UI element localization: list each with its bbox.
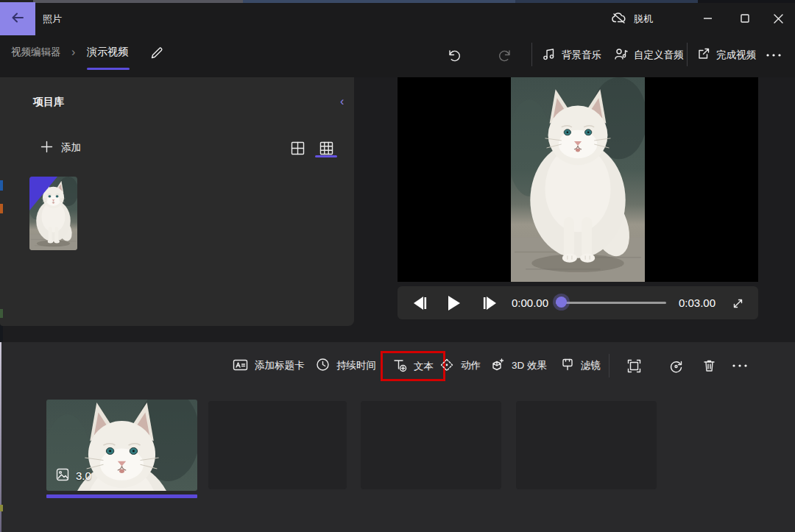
motion-icon <box>439 358 454 375</box>
crop-button[interactable] <box>623 350 645 382</box>
timeline-empty-slot <box>361 401 501 489</box>
timeline-empty-slot <box>208 401 347 489</box>
3d-cube-icon <box>490 358 505 375</box>
delete-button[interactable] <box>698 350 720 382</box>
undo-button[interactable] <box>446 40 462 70</box>
app-title: 照片 <box>43 3 62 35</box>
more-tools-button[interactable] <box>729 350 751 382</box>
timeline-clip[interactable]: 3.0 <box>46 400 197 491</box>
3d-effects-button[interactable]: 3D 效果 <box>490 350 547 382</box>
photos-app-window: 照片 脱机 视频编辑器 › 演示视频 <box>0 0 795 532</box>
next-frame-button[interactable] <box>480 294 499 311</box>
library-title: 项目库 <box>33 96 64 109</box>
toolbar-divider <box>609 354 610 377</box>
filter-button[interactable]: 滤镜 <box>561 350 601 382</box>
seek-slider-thumb[interactable] <box>556 297 567 308</box>
export-share-icon <box>696 47 710 63</box>
toolbar-divider <box>531 43 532 66</box>
grid-2x2-view-button[interactable] <box>289 140 305 156</box>
cloud-offline-icon <box>611 11 627 28</box>
preview-cat-photo <box>511 77 645 282</box>
back-arrow-icon <box>10 10 26 29</box>
music-note-icon <box>542 47 556 63</box>
clip-duration-badge: 3.0 <box>56 468 91 483</box>
clip-selected-progress-bar <box>46 494 197 498</box>
back-button[interactable] <box>0 2 35 35</box>
finish-video-label: 完成视频 <box>716 49 756 62</box>
title-card-icon <box>233 358 248 374</box>
rotate-button[interactable] <box>665 350 687 382</box>
background-music-label: 背景音乐 <box>562 49 601 62</box>
total-time: 0:03.00 <box>679 286 716 319</box>
offline-label: 脱机 <box>634 13 653 26</box>
minimize-button[interactable] <box>691 3 725 34</box>
add-text-icon <box>392 358 407 375</box>
play-button[interactable] <box>445 294 464 312</box>
previous-frame-button[interactable] <box>411 294 430 311</box>
offline-status: 脱机 <box>611 3 653 35</box>
finish-video-button[interactable]: 完成视频 <box>696 40 756 70</box>
filter-label: 滤镜 <box>581 359 601 372</box>
breadcrumb-video-editor[interactable]: 视频编辑器 <box>11 35 61 68</box>
duration-button[interactable]: 持续时间 <box>316 350 376 382</box>
background-music-button[interactable]: 背景音乐 <box>542 40 601 70</box>
rename-pencil-button[interactable] <box>149 46 164 63</box>
library-thumbnail[interactable] <box>29 177 77 250</box>
clock-icon <box>316 358 330 374</box>
plus-icon <box>40 141 53 155</box>
motion-button[interactable]: 动作 <box>439 350 481 382</box>
titlebar <box>0 3 795 35</box>
motion-label: 动作 <box>461 359 481 372</box>
image-icon <box>56 468 69 483</box>
custom-audio-label: 自定义音频 <box>634 49 684 62</box>
add-title-card-label: 添加标题卡 <box>255 359 305 372</box>
project-title-underline <box>87 68 130 70</box>
close-button[interactable] <box>761 3 795 34</box>
duration-label: 持续时间 <box>336 359 376 372</box>
current-time: 0:00.00 <box>512 286 548 319</box>
add-label: 添加 <box>61 141 81 155</box>
redo-button[interactable] <box>498 40 513 70</box>
text-button-highlighted[interactable]: 文本 <box>381 351 445 381</box>
background-window-edge-left <box>0 342 1 532</box>
selection-corner-indicator <box>29 177 57 210</box>
breadcrumb-chevron-icon: › <box>71 35 75 68</box>
add-media-button[interactable]: 添加 <box>40 138 81 157</box>
filter-icon <box>561 358 574 374</box>
grid-view-selected-underline <box>315 155 337 157</box>
3d-effects-label: 3D 效果 <box>512 359 547 372</box>
text-label: 文本 <box>414 360 434 373</box>
add-title-card-button[interactable]: 添加标题卡 <box>233 350 305 382</box>
more-options-button[interactable] <box>766 40 782 70</box>
project-title: 演示视频 <box>87 35 128 68</box>
timeline-empty-slot <box>516 401 657 489</box>
fullscreen-button[interactable] <box>729 295 746 311</box>
person-audio-icon <box>614 47 628 63</box>
seek-slider-track[interactable] <box>556 302 666 304</box>
clip-duration-value: 3.0 <box>76 469 91 482</box>
collapse-panel-button[interactable]: ‹ <box>340 96 344 107</box>
toolbar-divider <box>687 43 688 66</box>
grid-3x3-view-button[interactable] <box>318 140 334 156</box>
custom-audio-button[interactable]: 自定义音频 <box>614 40 684 70</box>
playback-bar: 0:00.00 0:03.00 <box>398 286 758 319</box>
maximize-button[interactable] <box>728 3 762 34</box>
